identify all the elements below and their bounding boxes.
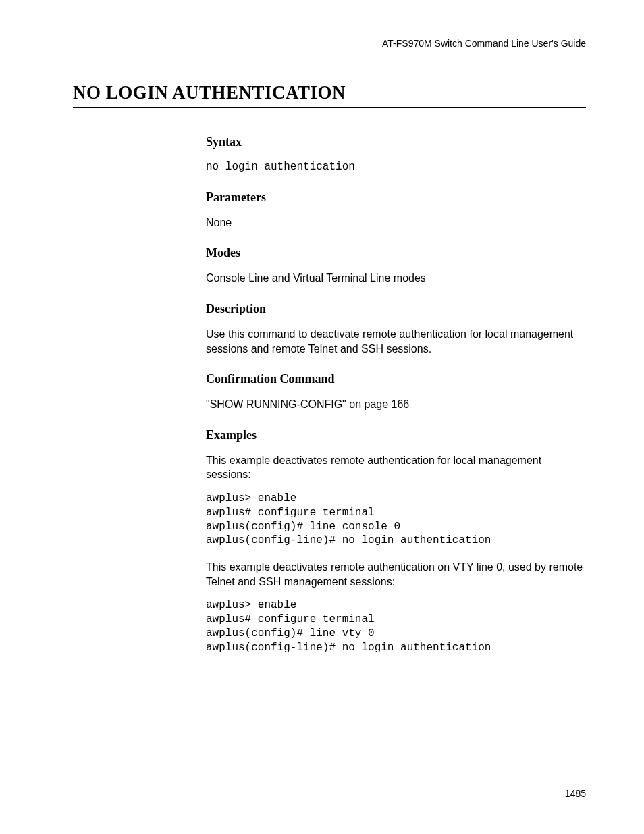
description-heading: Description xyxy=(206,302,584,316)
document-page: AT-FS970M Switch Command Line User's Gui… xyxy=(0,0,644,655)
parameters-text: None xyxy=(206,215,584,230)
page-number: 1485 xyxy=(565,788,586,799)
example2-intro: This example deactivates remote authenti… xyxy=(206,560,584,589)
syntax-heading: Syntax xyxy=(206,135,584,149)
example1-code: awplus> enable awplus# configure termina… xyxy=(206,492,584,548)
confirmation-text: "SHOW RUNNING-CONFIG" on page 166 xyxy=(206,397,584,412)
parameters-heading: Parameters xyxy=(206,190,584,205)
document-header: AT-FS970M Switch Command Line User's Gui… xyxy=(73,38,586,49)
confirmation-heading: Confirmation Command xyxy=(206,372,584,386)
examples-heading: Examples xyxy=(206,428,584,442)
example1-intro: This example deactivates remote authenti… xyxy=(206,453,584,482)
content-column: Syntax no login authentication Parameter… xyxy=(206,135,584,655)
page-title: NO LOGIN AUTHENTICATION xyxy=(73,82,586,108)
example2-code: awplus> enable awplus# configure termina… xyxy=(206,598,584,654)
modes-text: Console Line and Virtual Terminal Line m… xyxy=(206,271,584,286)
description-text: Use this command to deactivate remote au… xyxy=(206,327,584,356)
modes-heading: Modes xyxy=(206,246,584,260)
syntax-code: no login authentication xyxy=(206,160,584,174)
